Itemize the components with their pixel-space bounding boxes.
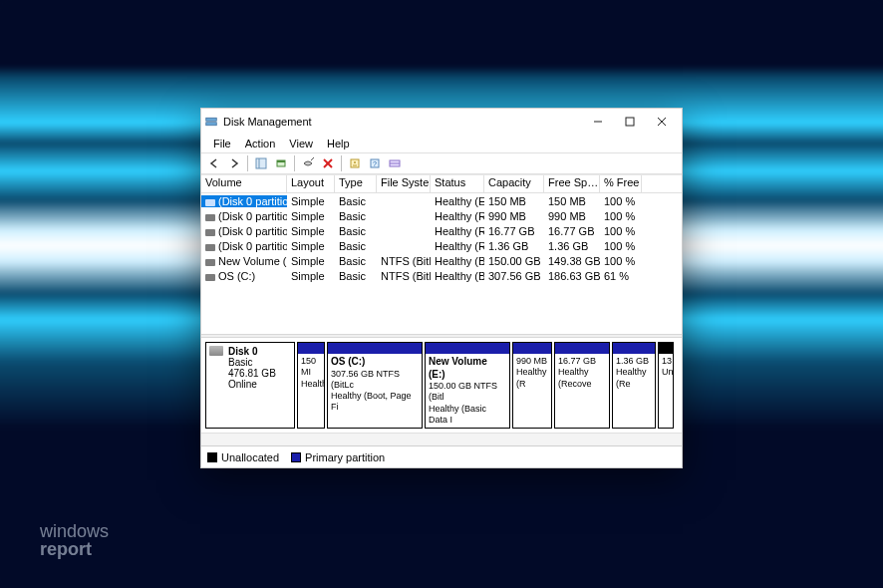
svg-rect-9	[277, 160, 285, 162]
legend-primary: Primary partition	[305, 451, 385, 463]
disk-management-window: Disk Management File Action View Help ? …	[200, 108, 683, 468]
partition-color-bar	[659, 343, 673, 354]
volume-list-header[interactable]: Volume Layout Type File System Status Ca…	[201, 175, 682, 193]
legend-swatch-unallocated	[207, 452, 217, 462]
disk-label: Disk 0	[228, 346, 290, 357]
disk-size: 476.81 GB	[228, 368, 290, 379]
volume-list[interactable]: Volume Layout Type File System Status Ca…	[201, 174, 682, 334]
legend: Unallocated Primary partition	[201, 445, 682, 467]
forward-button[interactable]	[225, 154, 243, 172]
window-title: Disk Management	[223, 116, 582, 128]
volume-row[interactable]: OS (C:)SimpleBasicNTFS (BitLo…Healthy (B…	[201, 268, 682, 283]
disk-type: Basic	[228, 357, 290, 368]
partition-color-bar	[426, 343, 509, 354]
partition-color-bar	[555, 343, 609, 354]
disk-layout-pane: Disk 0 Basic 476.81 GB Online 150 MIHeal…	[201, 338, 682, 433]
partition-box[interactable]: 16.77 GBHealthy (Recove	[554, 342, 610, 429]
app-icon	[205, 116, 217, 128]
svg-rect-6	[256, 158, 266, 168]
disk-info-box[interactable]: Disk 0 Basic 476.81 GB Online	[205, 342, 295, 429]
eject-button[interactable]	[299, 154, 317, 172]
toolbar-separator	[341, 155, 342, 171]
maximize-button[interactable]	[614, 110, 646, 134]
col-volume[interactable]: Volume	[201, 175, 287, 192]
help-button[interactable]: ?	[366, 154, 384, 172]
minimize-button[interactable]	[582, 110, 614, 134]
menu-view[interactable]: View	[283, 137, 319, 150]
col-capacity[interactable]: Capacity	[484, 175, 544, 192]
menu-bar: File Action View Help	[201, 135, 682, 152]
partition-box[interactable]: New Volume (E:)150.00 GB NTFS (BitlHealt…	[425, 342, 510, 429]
svg-rect-1	[206, 123, 217, 126]
close-button[interactable]	[646, 110, 678, 134]
volume-row[interactable]: (Disk 0 partition 1)SimpleBasicHealthy (…	[201, 193, 682, 208]
partition-box[interactable]: 990 MBHealthy (R	[512, 342, 552, 429]
volume-row[interactable]: (Disk 0 partition 5)SimpleBasicHealthy (…	[201, 208, 682, 223]
toolbar-separator	[294, 155, 295, 171]
delete-button[interactable]	[319, 154, 337, 172]
svg-text:?: ?	[373, 160, 377, 167]
disk-icon	[209, 346, 223, 356]
col-fs[interactable]: File System	[377, 175, 431, 192]
volume-row[interactable]: (Disk 0 partition 6)SimpleBasicHealthy (…	[201, 223, 682, 238]
svg-rect-3	[626, 118, 634, 126]
menu-help[interactable]: Help	[321, 137, 356, 150]
watermark-line2: report	[40, 540, 109, 558]
volume-row[interactable]: New Volume (E:)SimpleBasicNTFS (BitLo…He…	[201, 253, 682, 268]
partition-box[interactable]: 150 MIHealth	[297, 342, 325, 429]
partition-color-bar	[298, 343, 324, 354]
show-hide-console-tree-button[interactable]	[252, 154, 270, 172]
properties-button[interactable]	[346, 154, 364, 172]
col-free[interactable]: Free Sp…	[544, 175, 600, 192]
toolbar: ?	[201, 152, 682, 174]
back-button[interactable]	[205, 154, 223, 172]
volume-row[interactable]: (Disk 0 partition 7)SimpleBasicHealthy (…	[201, 238, 682, 253]
partition-color-bar	[613, 343, 655, 354]
svg-rect-0	[206, 118, 217, 121]
partition-box[interactable]: 1.36 GBHealthy (Re	[612, 342, 656, 429]
partition-color-bar	[328, 343, 422, 354]
disk-state: Online	[228, 379, 290, 390]
legend-swatch-primary	[291, 452, 301, 462]
partition-color-bar	[513, 343, 551, 354]
titlebar[interactable]: Disk Management	[201, 109, 682, 135]
svg-point-14	[354, 161, 356, 163]
legend-unallocated: Unallocated	[221, 451, 279, 463]
settings-button[interactable]	[386, 154, 404, 172]
menu-file[interactable]: File	[207, 137, 237, 150]
col-layout[interactable]: Layout	[287, 175, 335, 192]
bottom-spacer	[201, 433, 682, 445]
svg-line-10	[311, 157, 314, 160]
partition-box[interactable]: 13Un	[658, 342, 674, 429]
menu-action[interactable]: Action	[239, 137, 282, 150]
col-type[interactable]: Type	[335, 175, 377, 192]
col-pct[interactable]: % Free	[600, 175, 642, 192]
watermark-logo: windows report	[40, 522, 109, 558]
refresh-button[interactable]	[272, 154, 290, 172]
col-status[interactable]: Status	[431, 175, 484, 192]
toolbar-separator	[247, 155, 248, 171]
partition-box[interactable]: OS (C:)307.56 GB NTFS (BitLcHealthy (Boo…	[327, 342, 423, 429]
watermark-line1: windows	[40, 522, 109, 540]
